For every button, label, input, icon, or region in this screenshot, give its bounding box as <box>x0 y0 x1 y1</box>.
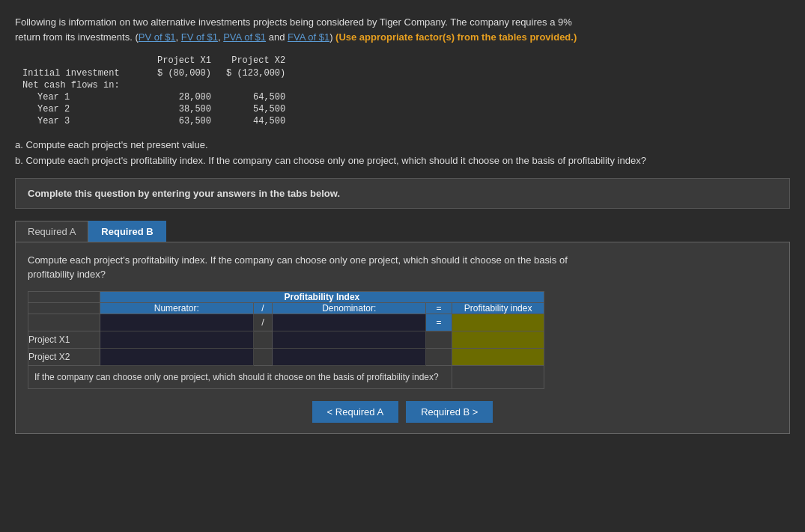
pv-link[interactable]: PV of $1 <box>139 31 176 43</box>
complete-box-text: Complete this question by entering your … <box>28 188 340 199</box>
project-x2-denominator-input[interactable] <box>273 349 425 365</box>
question-row-label: If the company can choose only one proje… <box>28 365 452 388</box>
project-x2-result[interactable] <box>452 349 544 365</box>
next-button[interactable]: Required B > <box>406 401 493 423</box>
equals-header: = <box>426 302 452 314</box>
pva-link[interactable]: PVA of $1 <box>223 31 266 43</box>
project-x2-numerator-input[interactable] <box>100 349 253 365</box>
tab-b-title: Compute each project's profitability ind… <box>28 253 777 282</box>
tab-b-content: Compute each project's profitability ind… <box>15 242 790 434</box>
year2-x2: 54,500 <box>219 103 293 115</box>
profitability-sub-result[interactable] <box>452 314 544 331</box>
tabs-container: Required A Required B <box>15 221 790 242</box>
nav-buttons: < Required A Required B > <box>28 401 777 423</box>
project-x1-denominator-input[interactable] <box>273 331 425 348</box>
year3-label: Year 3 <box>15 115 150 127</box>
year1-label: Year 1 <box>15 91 150 103</box>
denominator-header: Denominator: <box>273 302 426 314</box>
equals-sub: = <box>426 314 452 331</box>
fva-link[interactable]: FVA of $1 <box>288 31 329 43</box>
slash1-header: / <box>253 302 273 314</box>
col-header-x1: Project X1 <box>150 55 219 67</box>
project-x1-label: Project X1 <box>28 331 100 348</box>
profitability-table: Profitability Index Numerator: / Denomin… <box>28 291 544 389</box>
initial-x1: $ (80,000) <box>150 67 219 79</box>
project-x2-label: Project X2 <box>28 348 100 365</box>
denominator-sub-input[interactable] <box>273 314 425 331</box>
instruction-a: a. Compute each project's net present va… <box>15 138 790 153</box>
instructions-block: a. Compute each project's net present va… <box>15 138 790 169</box>
year1-x1: 28,000 <box>150 91 219 103</box>
prev-button-label: < Required A <box>327 406 384 418</box>
question-answer-input[interactable] <box>458 369 538 385</box>
initial-investment-label: Initial investment <box>15 67 150 79</box>
year2-label: Year 2 <box>15 103 150 115</box>
instruction-b: b. Compute each project's profitability … <box>15 153 790 169</box>
next-button-label: Required B > <box>421 406 478 418</box>
profitability-index-header: Profitability index <box>452 302 544 314</box>
project-x1-result[interactable] <box>452 331 544 348</box>
year3-x1: 63,500 <box>150 115 219 127</box>
intro-paragraph: Following is information on two alternat… <box>15 15 790 44</box>
table-main-header: Profitability Index <box>100 291 544 302</box>
intro-text2: return from its investments. ( <box>15 31 139 43</box>
tab-required-a[interactable]: Required A <box>15 221 88 242</box>
net-cash-flows-label: Net cash flows in: <box>15 79 150 91</box>
numerator-header: Numerator: <box>100 302 253 314</box>
complete-box: Complete this question by entering your … <box>15 178 790 209</box>
year2-x1: 38,500 <box>150 103 219 115</box>
initial-x2: $ (123,000) <box>219 67 293 79</box>
prev-button[interactable]: < Required A <box>312 401 399 423</box>
intro-text1: Following is information on two alternat… <box>15 16 572 28</box>
col-header-x2: Project X2 <box>219 55 293 67</box>
tab-required-b[interactable]: Required B <box>88 221 165 242</box>
project-x1-numerator-input[interactable] <box>100 331 253 348</box>
numerator-sub-input[interactable] <box>100 314 253 331</box>
investment-data-table: Project X1 Project X2 Initial investment… <box>15 55 293 127</box>
year3-x2: 44,500 <box>219 115 293 127</box>
year1-x2: 64,500 <box>219 91 293 103</box>
fv-link[interactable]: FV of $1 <box>181 31 218 43</box>
bold-instruction: (Use appropriate factor(s) from the tabl… <box>335 31 577 43</box>
